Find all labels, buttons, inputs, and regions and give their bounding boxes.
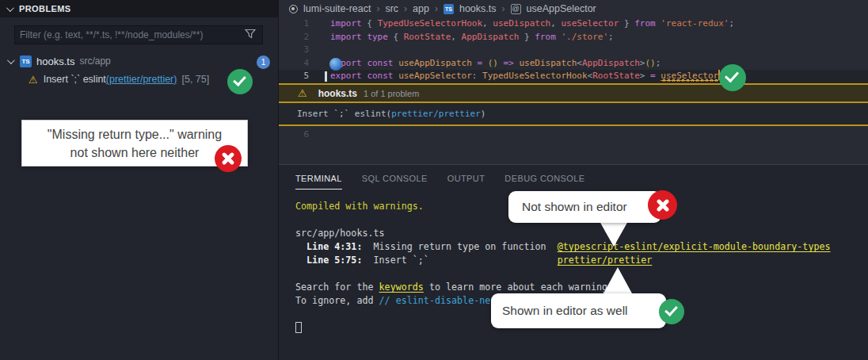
token: to learn more about each warning [424,281,607,293]
terminal-line: Line 5:75: Insert `;` prettier/prettier [295,254,831,267]
line-number: 6 [279,128,309,142]
line-number: 1 [279,17,309,31]
error-x-icon [215,145,242,172]
token: ; [729,18,734,29]
success-check-icon [719,64,746,91]
token [482,58,488,68]
annotation-text: Shown in editor as well [502,304,628,318]
peek-message-text: Insert `;` eslint( [297,109,391,119]
token: RootState [404,32,451,42]
tab-output[interactable]: OUTPUT [447,167,485,189]
terminal-line: Line 4:31: Missing return type on functi… [295,240,831,254]
terminal-link[interactable]: @typescript-eslint/explicit-module-bound… [558,241,831,252]
problem-rule-link[interactable]: (prettier/prettier) [106,74,177,85]
token: import [330,32,362,42]
breadcrumb-item-app[interactable]: app [413,3,429,14]
token [498,58,504,68]
token: Insert `;` [362,255,428,266]
annotation-text: Not shown in editor [522,200,627,214]
token: from [634,18,656,29]
token: To ignore, add [295,295,379,306]
line-content: Search for the keywords to learn more ab… [295,281,607,293]
chevron-right-icon: › [376,3,379,14]
token: useAppDispatch [398,58,472,68]
line-content: To ignore, add // eslint-disable-ne [295,295,490,306]
callout-tail [603,267,632,293]
line-content: export const useAppSelector: TypedUseSel… [330,70,720,83]
peek-rule-link[interactable]: prettier/prettier [391,109,481,119]
token: useAppSelector [398,71,472,81]
token: useSelector [661,71,718,81]
terminal-cursor [295,322,302,333]
token: () [645,58,655,68]
token: type [367,32,388,42]
code-line[interactable]: 6 [279,128,868,142]
peek-message[interactable]: Insert `;` eslint(prettier/prettier) [279,103,868,124]
token: useSelector [561,18,619,29]
line-content: Line 5:75: Insert `;` prettier/prettier [295,255,652,266]
code-area-continued: 6 [279,128,868,142]
code-line[interactable]: 3 [279,44,868,57]
breadcrumb-item-file[interactable]: hooks.ts [459,3,497,14]
line-number: 4 [279,57,309,71]
breadcrumb-item-src[interactable]: src [385,3,398,14]
success-check-icon [227,69,253,94]
code-line[interactable]: 5export const useAppSelector: TypedUseSe… [279,70,868,83]
token: } [619,18,634,29]
chevron-right-icon: › [435,3,438,14]
line-content: src/app/hooks.ts [295,228,385,239]
terminal-line: src/app/hooks.ts [295,227,831,240]
code-area: 1import { TypedUseSelectorHook, useDispa… [279,17,868,83]
token: useDispatch [493,18,550,29]
token: src/app/hooks.ts [295,228,385,239]
tab-terminal[interactable]: TERMINAL [295,167,342,190]
token: Missing return type on function [362,241,557,252]
peek-message-text: ) [481,109,486,119]
line-content: Line 4:31: Missing return type on functi… [295,241,831,252]
token: 'react-redux' [661,18,729,29]
token: , [451,32,461,42]
filter-funnel-icon[interactable] [245,28,256,42]
problems-panel: PROBLEMS TS hooks.ts src/app 1 ⚠ Insert … [0,0,279,360]
tab-debug-console[interactable]: DEBUG CONSOLE [504,167,584,189]
token [429,255,558,266]
code-action-icon[interactable] [329,58,342,71]
breadcrumb-item-symbol[interactable]: useAppSelector [527,3,596,14]
peek-view: ⚠ hooks.ts 1 of 1 problem Insert `;` esl… [279,83,868,126]
token: TypedUseSelectorHook [378,18,482,29]
annotation-shown: Shown in editor as well [491,293,666,328]
symbol-icon: @ [511,4,521,14]
chevron-down-icon[interactable] [7,56,15,64]
token: TypedUseSelectorHook [482,71,587,81]
terminal-link[interactable]: prettier/prettier [558,255,653,266]
peek-header[interactable]: ⚠ hooks.ts 1 of 1 problem [279,85,868,101]
line-content: export const useAppDispatch = () => useD… [330,57,661,71]
code-line[interactable]: 1import { TypedUseSelectorHook, useDispa… [279,17,868,31]
file-path: src/app [79,56,110,67]
token: './store' [561,32,608,42]
filter-input[interactable] [15,29,245,40]
callout-tail [600,221,628,247]
ts-file-icon: TS [20,56,32,67]
peek-border [279,124,868,126]
tab-sql-console[interactable]: SQL CONSOLE [362,167,428,189]
token: useDispatch [519,58,577,68]
token: const [367,71,393,81]
chevron-right-icon: › [404,3,407,14]
problems-header[interactable]: PROBLEMS [0,0,278,17]
code-line[interactable]: 2import type { RootState, AppDispatch } … [279,31,868,44]
token: RootState [592,71,640,81]
terminal-link[interactable]: keywords [379,281,424,293]
line-number: 2 [279,31,309,44]
code-line[interactable]: 4export const useAppDispatch = () => use… [279,57,868,71]
token [295,255,306,266]
breadcrumb: lumi-suite-react › src › app › TS hooks.… [279,0,868,17]
problems-file-row[interactable]: TS hooks.ts src/app [0,52,278,70]
breadcrumb-item-project[interactable]: lumi-suite-react [303,3,371,14]
token: Line 4:31: [306,241,362,252]
chevron-down-icon[interactable] [6,4,14,12]
token: from [535,32,556,42]
token: = [650,71,656,81]
line-content: import { TypedUseSelectorHook, useDispat… [330,17,734,31]
warning-icon: ⚠ [29,74,38,86]
